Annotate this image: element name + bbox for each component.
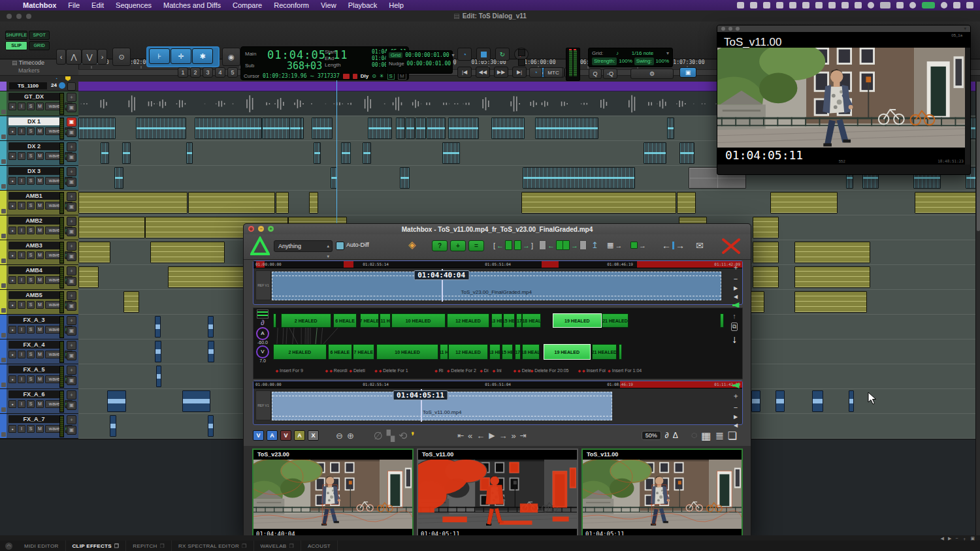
split-view-icon[interactable] [750,2,757,8]
m-button[interactable]: M [36,251,44,259]
rewind-button[interactable]: ◀◀ [476,67,490,78]
track-header-AMB2[interactable]: AMB2▾●ISMwaveread＋▣ [0,215,78,240]
sends-button[interactable]: ▣ [67,376,76,385]
bottom-tab-acoust[interactable]: ACOUST [301,541,338,551]
zoom-preset-2[interactable]: 2 [190,67,201,78]
notification-icon[interactable] [941,2,947,8]
reference-timeline-bottom[interactable]: 01:00:00:0001:02:55:1401:05:51:0401:08:4… [253,381,743,425]
stack-forward-icon[interactable]: → [630,240,646,250]
i-button[interactable]: I [18,400,25,408]
track-header-FX_A_3[interactable]: FX_A_3▾●ISMwaveread＋▣ [0,315,78,339]
quantize-button[interactable]: Q [589,69,602,79]
match-filter-select[interactable]: Anything▴▾ [274,240,333,252]
list-view-icon[interactable]: ≣ [715,430,723,442]
healed-clip-10[interactable]: 10 HEALED [391,313,446,328]
m-button[interactable]: M [36,375,44,383]
next-fast-button[interactable]: » [512,431,516,441]
edit-mode-grid[interactable]: GRID [29,41,50,50]
track-name[interactable]: GT_DX [8,93,59,101]
play-forward-icon[interactable]: ▶ [734,414,738,420]
clip[interactable] [188,192,276,213]
clip[interactable] [341,142,350,164]
track-header-DX 3[interactable]: DX 3▾●ISMwaveread＋▣ [0,166,78,191]
clip[interactable] [78,266,99,288]
m-button[interactable]: M [36,152,44,160]
play-circle-icon[interactable] [868,2,874,8]
freeze-icon[interactable] [1,184,6,189]
stop-button[interactable] [476,48,491,61]
s-button[interactable]: S [27,375,35,383]
horizontal-scrollbar[interactable]: ◀▶−＋▣ [0,535,980,541]
healed-clip-2[interactable]: 2 HEALED [281,313,331,328]
thumbnail-1[interactable]: ToS_v23.0001:04:40:04 [252,449,414,540]
record-enable-button[interactable]: ● [8,227,16,234]
m-button[interactable]: M [36,425,44,433]
s-button[interactable]: S [27,276,35,284]
insert-button[interactable]: ＋ [67,142,76,151]
zoom-left-button[interactable]: ‹ [56,49,66,65]
mail-icon[interactable]: ✉ [696,240,704,250]
clip[interactable] [114,167,123,189]
loop-play-button[interactable]: ↻ [495,48,510,61]
delete-forward-icon[interactable]: ▦→ [607,240,622,250]
i-button[interactable]: I [18,152,25,160]
diff-marker[interactable]: ◆Deleti [349,368,365,373]
match-list-icon[interactable] [257,309,269,319]
sends-button[interactable]: ▣ [67,153,76,162]
control-center-icon[interactable] [909,2,916,8]
sends-button[interactable]: ▣ [67,128,76,137]
i-button[interactable]: I [18,177,25,185]
track-name[interactable]: FX_A_4 [8,341,59,349]
clip[interactable] [289,118,301,139]
record-enable-button[interactable]: ● [8,251,16,259]
go-to-start-button[interactable]: |◀ [457,67,472,78]
record-enable-button[interactable]: ● [8,202,16,210]
edit-mode-slip[interactable]: SLIP [5,41,27,50]
clip[interactable] [753,217,778,238]
minimize-window-button[interactable] [16,14,22,19]
clip[interactable] [309,192,318,213]
clip[interactable] [770,192,838,213]
play-button[interactable]: ▶ [489,431,495,440]
clip[interactable] [78,242,110,263]
track-header-FX_A_7[interactable]: FX_A_7▾●ISMwaveread＋▣ [0,414,78,439]
search-icon[interactable] [896,2,904,8]
s-button[interactable]: S [27,152,35,160]
freeze-icon[interactable] [1,209,6,213]
close-window-button[interactable] [7,14,12,19]
healed-sliver[interactable] [619,344,623,360]
i-button[interactable]: I [18,251,25,259]
clip[interactable] [150,242,225,263]
i-button[interactable]: I [18,375,25,383]
delta-view-icon[interactable]: Δ [673,431,678,440]
menu-compare[interactable]: Compare [227,1,268,9]
clip[interactable] [849,390,853,412]
track-options-button[interactable] [67,82,76,91]
video-zoom-button[interactable] [736,27,740,31]
track-header-FX_A_5[interactable]: FX_A_5▾●ISMwaveread＋▣ [0,364,78,389]
track-name[interactable]: DX 3 [8,167,59,175]
metronome-icon[interactable]: ✳ [380,73,384,79]
layer-button-v[interactable]: V [253,430,264,441]
i-button[interactable]: I [18,351,25,358]
healed-clip-7[interactable]: 7 HEALE [360,313,379,328]
freeze-icon[interactable] [1,110,6,114]
i-button[interactable]: I [18,127,25,135]
loop-icon[interactable]: ⟲ [399,430,407,442]
video-window[interactable]: ▾ ToS_v11.00 05_1a 01:04:05:11 552 18:48… [717,25,971,175]
sidebar-icon[interactable] [776,2,783,8]
insert-button[interactable]: ＋ [67,242,76,251]
zoom-in-icon[interactable]: ＋ [732,391,740,401]
record-enable-button[interactable]: ● [8,102,16,110]
diff-marker[interactable]: ◆◆Dele [513,368,531,373]
swing-value[interactable]: 100% [656,57,669,65]
diff-marker[interactable]: ◆◆Insert Foi [578,368,605,373]
record-armed-button[interactable]: ▣ [67,118,76,127]
nudge-left-button[interactable]: ← [539,240,563,250]
zoom-preset-1[interactable]: 1 [178,67,188,78]
healed-clip-6[interactable]: 6 HEALE [328,344,352,360]
diff-marker[interactable]: ◆◆Reordi [325,368,348,373]
healed-sliver[interactable] [273,313,276,328]
crossed-tools-icon[interactable] [721,237,742,255]
clip[interactable] [195,118,261,139]
